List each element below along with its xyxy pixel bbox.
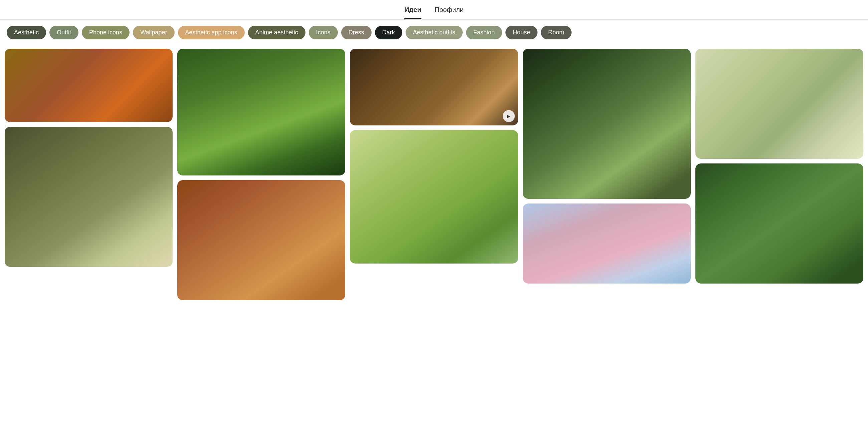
chip-dark[interactable]: Dark bbox=[375, 26, 402, 39]
chip-anime-aesthetic[interactable]: Anime aesthetic bbox=[248, 26, 306, 39]
pin-5[interactable] bbox=[695, 49, 863, 159]
pin-6[interactable] bbox=[5, 127, 173, 267]
chip-icons[interactable]: Icons bbox=[309, 26, 338, 39]
pin-8[interactable] bbox=[350, 130, 518, 264]
chip-house[interactable]: House bbox=[505, 26, 537, 39]
tab-ideas[interactable]: Идеи bbox=[404, 6, 421, 19]
pin-2[interactable] bbox=[177, 49, 345, 175]
pins-grid: ▶ bbox=[0, 45, 868, 304]
chip-fashion[interactable]: Fashion bbox=[466, 26, 502, 39]
pin-9[interactable] bbox=[523, 204, 691, 283]
pin-3[interactable]: ▶ bbox=[350, 49, 518, 126]
chip-phone-icons[interactable]: Phone icons bbox=[82, 26, 129, 39]
tab-profiles[interactable]: Профили bbox=[435, 6, 464, 19]
pin-4[interactable] bbox=[523, 49, 691, 199]
chip-wallpaper[interactable]: Wallpaper bbox=[133, 26, 174, 39]
chip-aesthetic-app-icons[interactable]: Aesthetic app icons bbox=[178, 26, 245, 39]
chip-dress[interactable]: Dress bbox=[341, 26, 372, 39]
pin-10[interactable] bbox=[695, 164, 863, 283]
tabs-bar: Идеи Профили bbox=[0, 0, 868, 20]
chip-aesthetic-outfits[interactable]: Aesthetic outfits bbox=[406, 26, 463, 39]
pin-7[interactable] bbox=[177, 180, 345, 300]
chip-outfit[interactable]: Outfit bbox=[50, 26, 79, 39]
pin-1[interactable] bbox=[5, 49, 173, 122]
chip-room[interactable]: Room bbox=[541, 26, 571, 39]
play-button-3[interactable]: ▶ bbox=[503, 110, 515, 122]
chip-aesthetic[interactable]: Aesthetic bbox=[7, 26, 46, 39]
chips-bar: AestheticOutfitPhone iconsWallpaperAesth… bbox=[0, 20, 868, 45]
